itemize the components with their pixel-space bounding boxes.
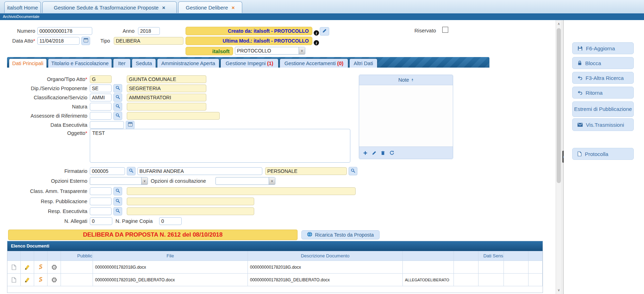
tab-amministrazione-aperta[interactable]: Amministrazione Aperta [157, 58, 219, 68]
note-panel: Note ▲▼ [359, 75, 453, 159]
altra-ricerca-button[interactable]: F3-Altra Ricerca [572, 72, 634, 84]
tab-gestione-sedute[interactable]: Gestione Sedute & Trasformazione Propost… [42, 1, 177, 13]
n-allegati-input[interactable] [90, 217, 112, 225]
dip-search-button[interactable] [113, 84, 122, 93]
classificazione-desc-input[interactable] [127, 94, 206, 101]
info-icon[interactable]: i [314, 40, 319, 45]
tipo-input[interactable] [114, 37, 183, 45]
dip-code-input[interactable] [90, 85, 112, 92]
riservato-checkbox[interactable] [442, 27, 448, 33]
doc-edit-icon[interactable] [21, 261, 34, 274]
assessore-search-button[interactable] [113, 112, 122, 120]
doc-column-header[interactable]: Pubblic [61, 251, 93, 261]
opzioni-consultazione-select[interactable]: ∨ [215, 177, 275, 185]
class-amm-desc-input[interactable] [127, 187, 356, 195]
classificazione-code-input[interactable] [90, 94, 112, 101]
estremi-pubblicazione-button[interactable]: Estremi di Pubblicazione [572, 101, 634, 117]
note-header[interactable]: Note ▲▼ [359, 75, 453, 85]
riservato-label: Riservato [414, 28, 439, 33]
organo-desc-input[interactable] [127, 75, 206, 83]
firmatario-search-button[interactable] [127, 167, 136, 175]
tab-altri-dati[interactable]: Altri Dati [349, 58, 377, 68]
organo-code-input[interactable] [90, 75, 112, 83]
assessore-desc-input[interactable] [127, 112, 220, 120]
ricarica-testo-button[interactable]: Ricarica Testo da Proposta [301, 230, 380, 239]
n-pagine-copia-input[interactable] [159, 217, 182, 225]
dip-desc-input[interactable] [127, 85, 206, 92]
class-amm-search-button[interactable] [113, 187, 122, 195]
doc-column-header[interactable] [403, 251, 454, 261]
scrollbar-thumb[interactable] [557, 28, 561, 183]
protocolla-button[interactable]: Protocolla [572, 148, 634, 160]
scroll-up-icon[interactable]: ∧ [556, 20, 562, 27]
delete-note-button[interactable] [381, 151, 385, 155]
doc-column-header[interactable] [34, 251, 48, 261]
doc-column-header[interactable] [48, 251, 61, 261]
tab-gestione-delibere[interactable]: Gestione Delibere × [178, 1, 242, 13]
tab-gestione-accertamenti[interactable]: Gestione Accertamenti(0) [280, 58, 348, 68]
resp-pubblicazione-code-input[interactable] [90, 198, 112, 205]
resp-pubblicazione-desc-input[interactable] [127, 198, 254, 205]
edit-button[interactable] [320, 27, 329, 36]
assessore-code-input[interactable] [90, 112, 112, 120]
close-icon[interactable]: × [162, 5, 165, 11]
doc-sign-icon[interactable] [34, 274, 48, 286]
tab-dati-principali[interactable]: Dati Principali [9, 58, 47, 68]
natura-desc-input[interactable] [127, 103, 206, 111]
vertical-scrollbar[interactable]: ∧ ∨ [556, 20, 562, 294]
natura-search-button[interactable] [113, 102, 122, 111]
doc-column-header[interactable]: File [93, 251, 248, 261]
classificazione-search-button[interactable] [113, 93, 122, 102]
doc-pubblicato-cell [61, 274, 93, 286]
doc-process-icon[interactable] [48, 261, 61, 274]
edit-note-button[interactable] [372, 151, 376, 155]
natura-code-input[interactable] [90, 103, 112, 111]
doc-sign-icon[interactable] [34, 261, 48, 274]
tab-titolario[interactable]: Titolario e Fascicolazione [48, 58, 112, 68]
doc-column-header[interactable] [529, 251, 543, 261]
doc-page-icon[interactable] [7, 261, 21, 274]
tab-italsoft-home[interactable]: italsoft Home [4, 1, 41, 13]
aggiorna-button[interactable]: F6-Aggiorna [572, 42, 634, 54]
oggetto-textarea[interactable]: TEST [90, 129, 350, 163]
firmatario-nome-input[interactable] [137, 167, 262, 175]
close-icon[interactable]: × [232, 5, 235, 11]
resp-pubblicazione-search-button[interactable] [113, 197, 122, 206]
anno-label: Anno [116, 28, 135, 34]
tab-gestione-impegni[interactable]: Gestione Impegni(1) [220, 58, 279, 68]
doc-column-header[interactable] [454, 251, 479, 261]
firmatario-tipo-input[interactable] [265, 167, 347, 175]
ruolo-select[interactable]: PROTOCOLLO ∨ [235, 47, 305, 55]
tab-iter[interactable]: Iter [113, 58, 131, 68]
resp-esecutivita-desc-input[interactable] [127, 207, 254, 215]
tab-seduta[interactable]: Seduta [132, 58, 156, 68]
doc-column-header[interactable]: Descrizione Documento [248, 251, 403, 261]
gestione-delibere-window: italsoft Home Gestione Sedute & Trasform… [0, 0, 644, 294]
blocca-button[interactable]: Blocca [572, 57, 634, 69]
add-note-button[interactable] [363, 151, 368, 155]
scroll-down-icon[interactable]: ∨ [556, 287, 562, 293]
resp-esecutivita-search-button[interactable] [113, 207, 122, 215]
numero-input[interactable] [37, 27, 92, 35]
doc-column-header[interactable]: Dati Sens [479, 251, 504, 261]
refresh-notes-button[interactable] [389, 150, 394, 155]
doc-column-header[interactable] [7, 251, 21, 261]
data-atto-calendar-button[interactable] [81, 37, 90, 45]
opzioni-esterno-select[interactable]: ∨ [90, 177, 148, 185]
resp-esecutivita-code-input[interactable] [90, 207, 112, 215]
ritorna-button[interactable]: Ritorna [572, 87, 634, 99]
vis-trasmissioni-button[interactable]: Vis.Trasmissioni [572, 118, 634, 131]
doc-column-header[interactable] [21, 251, 34, 261]
data-esecutivita-calendar-button[interactable] [126, 121, 135, 129]
doc-column-header[interactable] [504, 251, 529, 261]
class-amm-code-input[interactable] [90, 187, 112, 195]
doc-process-icon[interactable] [48, 274, 61, 286]
data-atto-input[interactable] [37, 37, 80, 45]
anno-input[interactable] [138, 27, 160, 35]
doc-edit-icon[interactable] [21, 274, 34, 286]
firmatario-tipo-search-button[interactable] [349, 167, 357, 175]
doc-page-icon[interactable] [7, 274, 21, 286]
firmatario-code-input[interactable] [90, 167, 125, 175]
info-icon[interactable]: i [314, 30, 319, 36]
data-esecutivita-input[interactable] [90, 121, 124, 129]
